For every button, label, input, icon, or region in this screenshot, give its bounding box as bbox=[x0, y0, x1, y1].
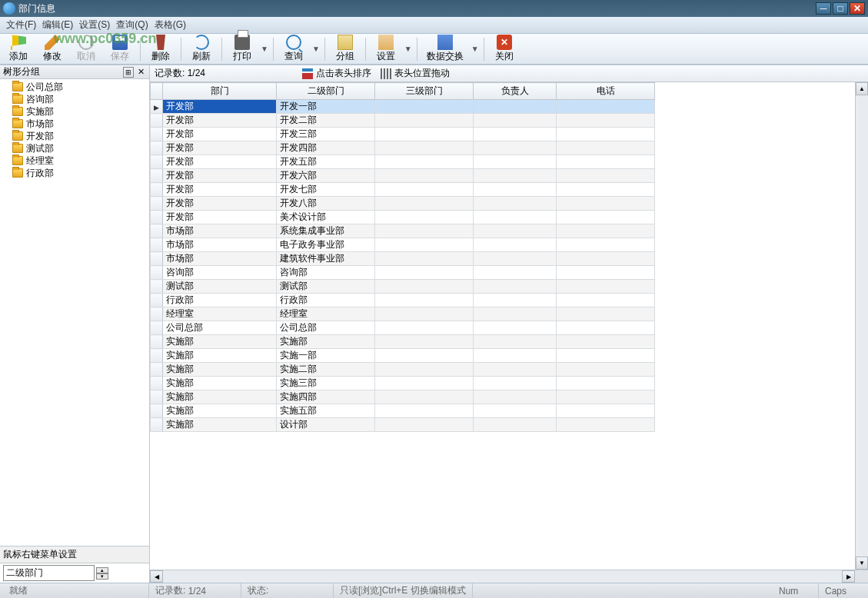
row-indicator[interactable] bbox=[151, 377, 163, 390]
row-indicator[interactable] bbox=[151, 321, 163, 335]
table-cell[interactable]: 电子政务事业部 bbox=[277, 238, 375, 252]
row-indicator[interactable] bbox=[151, 349, 163, 363]
table-cell[interactable]: 开发二部 bbox=[277, 114, 375, 128]
table-row[interactable]: 实施部实施三部 bbox=[151, 377, 655, 390]
table-cell[interactable]: 实施部 bbox=[163, 390, 277, 404]
table-cell[interactable] bbox=[557, 266, 655, 280]
table-cell[interactable] bbox=[557, 335, 655, 349]
table-row[interactable]: 开发部开发三部 bbox=[151, 128, 655, 141]
settings-button[interactable]: 设置 bbox=[371, 33, 401, 65]
table-cell[interactable] bbox=[557, 349, 655, 363]
table-cell[interactable]: 市场部 bbox=[163, 252, 277, 266]
table-cell[interactable] bbox=[375, 183, 474, 197]
scroll-up-icon[interactable]: ▲ bbox=[856, 82, 868, 95]
row-indicator[interactable] bbox=[151, 280, 163, 294]
table-cell[interactable] bbox=[375, 280, 474, 294]
table-cell[interactable] bbox=[557, 390, 655, 404]
chevron-down-icon[interactable]: ▼ bbox=[404, 45, 412, 53]
row-indicator[interactable] bbox=[151, 335, 163, 349]
table-cell[interactable] bbox=[474, 266, 557, 280]
row-indicator[interactable] bbox=[151, 211, 163, 224]
table-cell[interactable]: 美术设计部 bbox=[277, 211, 375, 224]
horizontal-scrollbar[interactable]: ◀ ▶ bbox=[150, 570, 868, 583]
table-cell[interactable]: 实施二部 bbox=[277, 363, 375, 377]
table-cell[interactable] bbox=[375, 363, 474, 377]
row-indicator[interactable] bbox=[151, 155, 163, 169]
table-cell[interactable]: 经理室 bbox=[277, 307, 375, 321]
table-cell[interactable]: 咨询部 bbox=[163, 266, 277, 280]
table-cell[interactable]: 开发部 bbox=[163, 211, 277, 224]
table-cell[interactable] bbox=[557, 377, 655, 390]
close-button[interactable]: 关闭 bbox=[489, 33, 520, 65]
maximize-button[interactable]: □ bbox=[833, 2, 848, 15]
table-row[interactable]: 开发部开发四部 bbox=[151, 141, 655, 155]
table-cell[interactable] bbox=[375, 128, 474, 141]
row-indicator[interactable] bbox=[151, 294, 163, 307]
table-cell[interactable] bbox=[557, 280, 655, 294]
scroll-left-icon[interactable]: ◀ bbox=[150, 570, 163, 583]
data-grid[interactable]: 部门二级部门三级部门负责人电话 开发部开发一部开发部开发二部开发部开发三部开发部… bbox=[150, 82, 855, 570]
table-cell[interactable]: 实施部 bbox=[163, 377, 277, 390]
table-cell[interactable]: 开发五部 bbox=[277, 155, 375, 169]
table-cell[interactable]: 开发部 bbox=[163, 183, 277, 197]
table-cell[interactable]: 实施部 bbox=[163, 418, 277, 432]
menu-settings[interactable]: 设置(S) bbox=[76, 18, 113, 32]
table-cell[interactable] bbox=[375, 252, 474, 266]
print-button[interactable]: 打印 bbox=[227, 33, 258, 65]
table-cell[interactable] bbox=[557, 183, 655, 197]
table-cell[interactable] bbox=[474, 224, 557, 238]
column-header[interactable]: 三级部门 bbox=[375, 83, 474, 100]
table-row[interactable]: 实施部实施四部 bbox=[151, 390, 655, 404]
table-cell[interactable]: 开发一部 bbox=[277, 100, 375, 114]
menu-edit[interactable]: 编辑(E) bbox=[39, 18, 76, 32]
table-row[interactable]: 开发部开发一部 bbox=[151, 100, 655, 114]
tree-item[interactable]: 行政部 bbox=[2, 167, 148, 179]
table-cell[interactable] bbox=[474, 197, 557, 211]
modify-button[interactable]: 修改 bbox=[37, 33, 68, 65]
table-row[interactable]: 实施部实施部 bbox=[151, 335, 655, 349]
sidebar-config-icon[interactable]: ⊞ bbox=[123, 67, 134, 78]
cancel-button[interactable]: 取消 bbox=[71, 33, 101, 65]
table-cell[interactable] bbox=[474, 169, 557, 183]
menu-file[interactable]: 文件(F) bbox=[3, 18, 39, 32]
table-cell[interactable]: 实施部 bbox=[277, 335, 375, 349]
combo-value[interactable]: 二级部门 bbox=[3, 565, 95, 581]
table-cell[interactable]: 开发部 bbox=[163, 114, 277, 128]
group-button[interactable]: 分组 bbox=[330, 33, 361, 65]
scroll-down-icon[interactable]: ▼ bbox=[856, 556, 868, 570]
row-indicator[interactable] bbox=[151, 307, 163, 321]
table-cell[interactable]: 开发部 bbox=[163, 155, 277, 169]
combo-spinner[interactable]: ▴▾ bbox=[96, 567, 108, 580]
table-row[interactable]: 开发部开发六部 bbox=[151, 169, 655, 183]
tree-item[interactable]: 开发部 bbox=[2, 130, 148, 142]
table-cell[interactable]: 开发六部 bbox=[277, 169, 375, 183]
tree-view[interactable]: 公司总部咨询部实施部市场部开发部测试部经理室行政部 bbox=[0, 79, 149, 546]
table-cell[interactable]: 公司总部 bbox=[277, 321, 375, 335]
table-cell[interactable] bbox=[375, 294, 474, 307]
row-indicator[interactable] bbox=[151, 224, 163, 238]
chevron-down-icon[interactable]: ▼ bbox=[312, 45, 320, 53]
row-indicator[interactable] bbox=[151, 100, 163, 114]
table-cell[interactable] bbox=[474, 183, 557, 197]
row-indicator[interactable] bbox=[151, 404, 163, 418]
table-cell[interactable] bbox=[557, 252, 655, 266]
save-button[interactable]: 保存 bbox=[105, 33, 135, 65]
table-cell[interactable] bbox=[375, 224, 474, 238]
row-indicator[interactable] bbox=[151, 363, 163, 377]
table-cell[interactable] bbox=[474, 418, 557, 432]
table-cell[interactable] bbox=[557, 224, 655, 238]
row-indicator[interactable] bbox=[151, 266, 163, 280]
query-button[interactable]: 查询 bbox=[278, 33, 309, 65]
row-indicator[interactable] bbox=[151, 252, 163, 266]
table-cell[interactable] bbox=[474, 114, 557, 128]
row-indicator[interactable] bbox=[151, 128, 163, 141]
table-cell[interactable]: 开发部 bbox=[163, 197, 277, 211]
table-cell[interactable] bbox=[474, 155, 557, 169]
table-cell[interactable]: 开发八部 bbox=[277, 197, 375, 211]
table-cell[interactable] bbox=[474, 404, 557, 418]
table-row[interactable]: 咨询部咨询部 bbox=[151, 266, 655, 280]
row-indicator[interactable] bbox=[151, 390, 163, 404]
table-cell[interactable] bbox=[474, 349, 557, 363]
column-header[interactable]: 部门 bbox=[163, 83, 277, 100]
table-cell[interactable] bbox=[375, 211, 474, 224]
